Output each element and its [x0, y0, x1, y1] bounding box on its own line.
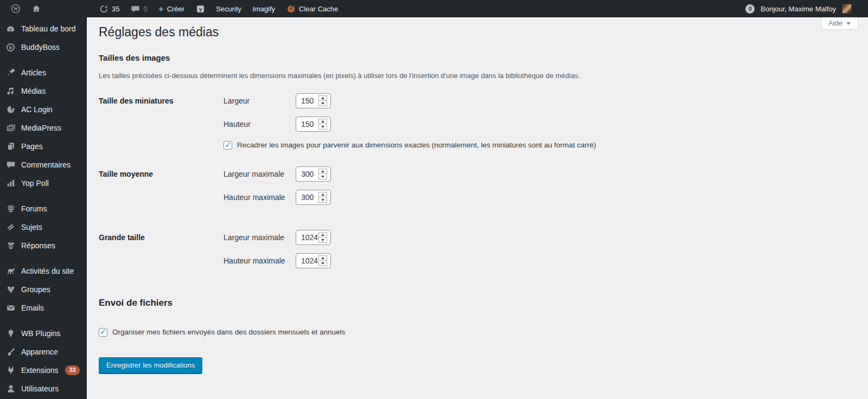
sidebar-item-groupes[interactable]: Groupes: [0, 280, 87, 299]
new-content-menu[interactable]: + Créer: [153, 0, 190, 17]
large-height-stepper[interactable]: [318, 255, 327, 266]
large-width-stepper[interactable]: [318, 232, 327, 243]
medium-height-stepper[interactable]: [318, 192, 327, 203]
sidebar-item-yop-poll[interactable]: Yop Poll: [0, 174, 87, 192]
sidebar-item-medias[interactable]: Médias: [0, 82, 87, 100]
sidebar-item-forums[interactable]: Forums: [0, 200, 87, 218]
organize-checkbox[interactable]: [99, 328, 107, 337]
sidebar-item-label: Yop Poll: [21, 179, 49, 188]
plus-icon: +: [158, 4, 164, 14]
thumbnail-width-input[interactable]: [296, 94, 318, 108]
visit-site-menu[interactable]: [26, 0, 47, 17]
extensions-update-badge: 33: [65, 365, 79, 375]
medium-width-label: Largeur maximale: [224, 170, 296, 178]
sidebar-item-label: Utilisateurs: [21, 384, 59, 393]
media-icon: [5, 86, 16, 96]
save-changes-button[interactable]: Enregistrer les modifications: [99, 357, 202, 374]
sidebar-item-buddyboss[interactable]: b BuddyBoss: [0, 38, 87, 56]
email-icon: [5, 303, 16, 313]
dashboard-icon: [5, 23, 16, 34]
sidebar-item-articles[interactable]: Articles: [0, 63, 87, 82]
sidebar-item-label: Commentaires: [21, 160, 71, 169]
medium-width-stepper[interactable]: [318, 169, 327, 179]
image-sizes-description: Les tailles précisées ci-dessous détermi…: [99, 72, 856, 80]
medium-height-input[interactable]: [296, 190, 318, 204]
crop-checkbox[interactable]: [224, 141, 232, 150]
comments-menu[interactable]: 0: [125, 0, 152, 17]
sidebar-item-commentaires[interactable]: Commentaires: [0, 156, 87, 174]
help-tab-label: Aide: [828, 19, 843, 27]
large-size-label: Grande taille: [99, 230, 224, 276]
pin-icon: [5, 67, 16, 78]
security-menu[interactable]: Security: [210, 0, 247, 17]
yoast-icon: y: [195, 4, 205, 14]
sidebar-item-pages[interactable]: Pages: [0, 137, 87, 156]
sidebar-item-label: Apparence: [21, 347, 58, 356]
comment-bubble-icon: [130, 4, 140, 14]
sidebar-item-activites[interactable]: Activités du site: [0, 262, 87, 280]
yoast-menu[interactable]: y: [190, 0, 210, 17]
sidebar-item-label: Réponses: [21, 241, 55, 250]
greeting-text: Bonjour, Maxime Malfoy: [761, 5, 836, 13]
thumbnail-width-input-wrap: [296, 93, 331, 108]
plug-icon: [5, 365, 16, 376]
my-account-menu[interactable]: Bonjour, Maxime Malfoy: [760, 0, 837, 17]
wordpress-logo-icon: W: [11, 4, 21, 14]
svg-text:W: W: [14, 6, 18, 11]
sidebar-item-label: Tableau de bord: [21, 24, 75, 33]
sidebar-item-sujets[interactable]: Sujets: [0, 218, 87, 236]
ac-login-icon: [5, 104, 16, 115]
sidebar-item-extensions[interactable]: Extensions 33: [0, 361, 87, 379]
sidebar-item-mediapress[interactable]: MediaPress: [0, 119, 87, 137]
wordpress-logo-menu[interactable]: W: [5, 0, 26, 17]
thumbnail-height-input-wrap: [296, 117, 331, 132]
large-width-input[interactable]: [296, 230, 318, 244]
sidebar-item-label: Extensions: [21, 366, 58, 375]
help-tab[interactable]: Aide: [821, 17, 858, 30]
sidebar-item-emails[interactable]: Emails: [0, 299, 87, 317]
comments-count: 0: [143, 5, 147, 13]
organize-uploads-option[interactable]: Organiser mes fichiers envoyés dans des …: [99, 328, 856, 337]
sidebar-item-label: MediaPress: [21, 124, 61, 132]
clear-cache-label: Clear Cache: [299, 5, 338, 13]
sidebar-item-ac-login[interactable]: AC Login: [0, 100, 87, 119]
sidebar-item-label: Activités du site: [21, 267, 74, 275]
sidebar-item-label: Articles: [21, 68, 46, 77]
updates-menu[interactable]: 35: [93, 0, 125, 17]
sidebar-item-label: Sujets: [21, 223, 42, 231]
thumbnail-height-stepper[interactable]: [318, 119, 327, 130]
sidebar-item-reponses[interactable]: Réponses: [0, 236, 87, 255]
security-label: Security: [216, 5, 241, 13]
mediapress-icon: [5, 123, 16, 133]
thumbnail-height-input[interactable]: [296, 117, 318, 131]
svg-text:y: y: [199, 7, 202, 12]
avatar[interactable]: [842, 4, 852, 14]
sidebar-item-dashboard[interactable]: Tableau de bord: [0, 20, 87, 38]
updates-count: 35: [112, 5, 119, 13]
imagify-menu[interactable]: Imagify: [247, 0, 280, 17]
large-width-input-wrap: [296, 230, 331, 245]
large-height-label: Hauteur maximale: [224, 256, 296, 265]
large-height-input-wrap: [296, 253, 331, 268]
sidebar-item-utilisateurs[interactable]: Utilisateurs: [0, 379, 87, 398]
medium-width-input[interactable]: [296, 167, 318, 181]
admin-bar-right: 0 Bonjour, Maxime Malfoy: [745, 0, 868, 17]
notification-count-badge[interactable]: 0: [745, 4, 755, 14]
thumbnail-width-stepper[interactable]: [318, 95, 327, 106]
crop-thumbnail-option[interactable]: Recadrer les images pour parvenir aux di…: [224, 141, 856, 150]
activity-icon: [5, 266, 16, 276]
organize-checkbox-label: Organiser mes fichiers envoyés dans des …: [112, 328, 345, 336]
thumbnail-size-row: Taille des miniatures Largeur Hauteur: [99, 93, 856, 150]
bulb-icon: [5, 328, 16, 339]
user-icon: [5, 383, 16, 394]
medium-height-input-wrap: [296, 190, 331, 205]
crop-checkbox-label: Recadrer les images pour parvenir aux di…: [237, 141, 596, 149]
sidebar-item-wb-plugins[interactable]: WB Plugins: [0, 324, 87, 343]
sidebar-item-apparence[interactable]: Apparence: [0, 343, 87, 361]
sidebar-item-label: Emails: [21, 304, 44, 312]
large-height-input[interactable]: [296, 254, 318, 268]
clear-cache-menu[interactable]: Clear Cache: [280, 0, 343, 17]
comment-icon: [5, 159, 16, 170]
forums-icon: [5, 203, 16, 214]
media-settings-form: Taille des miniatures Largeur Hauteur: [99, 93, 856, 276]
